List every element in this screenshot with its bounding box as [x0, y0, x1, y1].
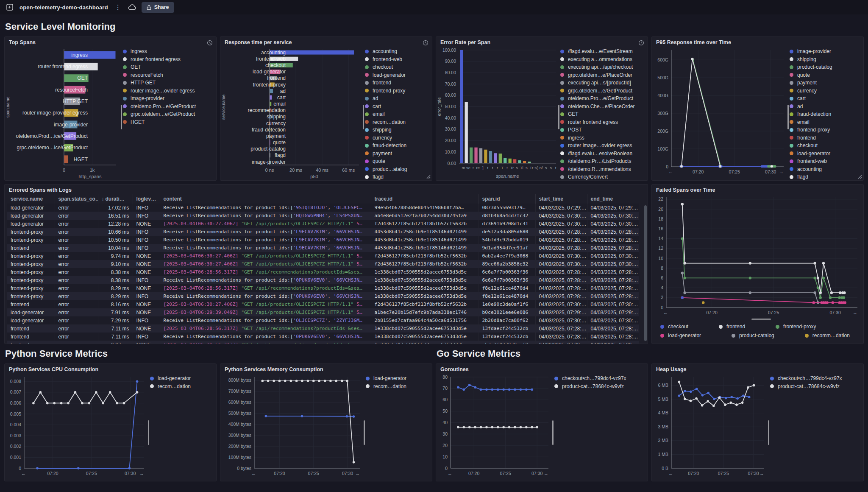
legend-item[interactable]: fraud-detection: [365, 143, 428, 148]
column-header[interactable]: loglev…: [133, 194, 160, 204]
kebab-menu-icon[interactable]: ⋮: [113, 3, 123, 11]
legend-item[interactable]: payment: [790, 80, 860, 86]
legend-item[interactable]: oteldemo.Che…e/PlaceOrder: [560, 103, 644, 109]
legend-item[interactable]: checkout•ch…799dc4-vz97x: [554, 375, 644, 381]
legend-scrollbar[interactable]: [364, 420, 365, 445]
legend-item[interactable]: email: [790, 119, 860, 125]
cloud-icon[interactable]: [128, 4, 136, 11]
dashboard-icon[interactable]: [6, 3, 14, 11]
legend-item[interactable]: /flagd.evalu…e/EventStream: [560, 48, 644, 54]
legend-scrollbar[interactable]: [148, 420, 149, 445]
python-cpu-chart[interactable]: 00.0010.0020.0030.0040.0050.0060.0070.00…: [5, 373, 149, 481]
legend-item[interactable]: accounting: [365, 48, 428, 54]
legend-item[interactable]: currency: [365, 135, 428, 141]
legend-item[interactable]: /flagd.evalu…esolveBoolean: [560, 151, 644, 157]
legend-item[interactable]: flagd: [790, 174, 860, 180]
panel-goroutines-title[interactable]: Goroutines: [436, 364, 648, 373]
panel-heap-usage-title[interactable]: Heap Usage: [652, 364, 863, 373]
legend-item[interactable]: product-cat…78684c-w9vfz: [554, 383, 644, 389]
legend-item[interactable]: cart: [790, 95, 860, 101]
legend-item[interactable]: load-generator: [365, 72, 428, 78]
legend-item[interactable]: quote: [790, 72, 860, 78]
column-header[interactable]: trace.id: [371, 194, 479, 204]
legend-scrollbar[interactable]: [787, 105, 789, 129]
panel-failed-spans-title[interactable]: Failed Spans over Time: [652, 184, 863, 193]
legend-item[interactable]: checkout•ch…799dc4-vz97x: [770, 375, 860, 381]
column-header[interactable]: span.status_co…: [55, 194, 98, 204]
legend-scrollbar[interactable]: [363, 105, 364, 129]
legend-item[interactable]: checkout: [790, 143, 860, 148]
python-mem-chart[interactable]: 0 bytes100M bytes200M bytes300M bytes400…: [220, 373, 365, 481]
resize-handle-icon[interactable]: [857, 174, 862, 179]
legend-scrollbar[interactable]: [768, 420, 769, 445]
legend-scrollbar[interactable]: [552, 420, 554, 445]
legend-item[interactable]: Currency/Convert: [560, 174, 644, 180]
panel-python-cpu-title[interactable]: Python Services CPU Consumption: [5, 364, 216, 373]
legend-item[interactable]: router frontend egress: [560, 119, 644, 125]
legend-item[interactable]: oteldemo.Pro…e/GetProduct: [123, 103, 213, 109]
legend-item[interactable]: ingress: [123, 48, 213, 54]
column-header[interactable]: service.name: [7, 194, 55, 204]
column-header[interactable]: span.id: [479, 194, 535, 204]
legend-item[interactable]: currency: [790, 88, 860, 94]
legend-item[interactable]: accounting: [790, 166, 860, 172]
top-spans-chart[interactable]: 01kingressrouter frontend egressGETresou…: [5, 46, 122, 180]
legend-item[interactable]: grpc.oteldem…e/PlaceOrder: [560, 72, 644, 78]
legend-item[interactable]: router frontend egress: [123, 56, 213, 62]
table-scrollbar[interactable]: [644, 205, 647, 341]
legend-item[interactable]: ad: [790, 103, 860, 109]
share-button[interactable]: Share: [142, 2, 174, 13]
legend-item[interactable]: executing a…ommendations: [560, 56, 644, 62]
legend-item[interactable]: load-generator: [150, 375, 213, 381]
panel-errored-spans-title[interactable]: Errored Spans with Logs: [5, 184, 648, 193]
panel-response-time-title[interactable]: Response time per service: [220, 37, 432, 46]
legend-item[interactable]: quote: [365, 158, 428, 164]
panel-top-spans-title[interactable]: Top Spans: [5, 37, 216, 46]
legend-item[interactable]: load-generator: [790, 151, 860, 157]
panel-error-rate-title[interactable]: Error Rate per Span: [436, 37, 648, 46]
legend-item[interactable]: product-catalog: [732, 333, 774, 338]
legend-item[interactable]: HTTP GET: [123, 80, 213, 86]
column-header[interactable]: content: [160, 194, 371, 204]
legend-item[interactable]: recom…dation: [365, 119, 428, 125]
legend-scrollbar[interactable]: [121, 105, 122, 129]
legend-item[interactable]: ingress: [560, 135, 644, 141]
resize-handle-icon[interactable]: [426, 174, 431, 179]
legend-item[interactable]: payment: [365, 151, 428, 157]
legend-item[interactable]: oteldemo.Pro…e/GetProduct: [560, 95, 644, 101]
panel-p95-title[interactable]: P95 Response time over Time: [652, 37, 863, 46]
legend-item[interactable]: ad: [365, 95, 428, 101]
legend-item[interactable]: /oteldemo.Pr…/ListProducts: [560, 158, 644, 164]
legend-item[interactable]: image-provider: [123, 95, 213, 101]
legend-item[interactable]: grpc.oteldem…e/GetProduct: [123, 111, 213, 117]
legend-item[interactable]: load-generator: [366, 375, 428, 381]
legend-item[interactable]: POST: [560, 127, 644, 133]
legend-item[interactable]: router image…ovider egress: [123, 88, 213, 94]
column-header[interactable]: ↓durati…: [98, 194, 133, 204]
legend-item[interactable]: image-provider: [790, 48, 860, 54]
legend-item[interactable]: frontend-web: [790, 158, 860, 164]
legend-item[interactable]: frontend-web: [365, 56, 428, 62]
legend-item[interactable]: fraud-detection: [790, 111, 860, 117]
legend-scrollbar[interactable]: [558, 105, 559, 129]
legend-item[interactable]: resourceFetch: [123, 72, 213, 78]
legend-item[interactable]: frontend: [790, 135, 860, 141]
legend-item[interactable]: router image…ovider egress: [560, 143, 644, 148]
p95-chart[interactable]: 0100G200G300G400G500G600G07:2007:2507:30…: [652, 46, 789, 180]
h-scrollbar[interactable]: [751, 319, 771, 320]
legend-item[interactable]: shipping: [365, 127, 428, 133]
heap-usage-chart[interactable]: 0 B1 MB2 MB3 MB4 MB5 MB6 MB07:2007:2507:…: [652, 373, 769, 481]
response-time-chart[interactable]: 0 ns20 ms40 ms60 msaccountingfrontend-we…: [220, 46, 364, 180]
legend-item[interactable]: executing api…/api/checkout: [560, 64, 644, 70]
legend-item[interactable]: recomm…dation: [805, 333, 850, 338]
legend-item[interactable]: grpc.oteldem…e/GetProduct: [560, 88, 644, 94]
legend-item[interactable]: product-catalog: [790, 64, 860, 70]
legend-item[interactable]: recom…dation: [366, 383, 428, 389]
legend-item[interactable]: frontend-proxy: [790, 127, 860, 133]
legend-item[interactable]: load-generator: [660, 333, 701, 338]
legend-item[interactable]: frontend: [719, 324, 745, 330]
legend-item[interactable]: flagd: [365, 174, 428, 180]
panel-python-mem-title[interactable]: Python Services Memory Consumption: [220, 364, 432, 373]
legend-item[interactable]: checkout: [365, 64, 428, 70]
column-header[interactable]: start_time: [535, 194, 587, 204]
